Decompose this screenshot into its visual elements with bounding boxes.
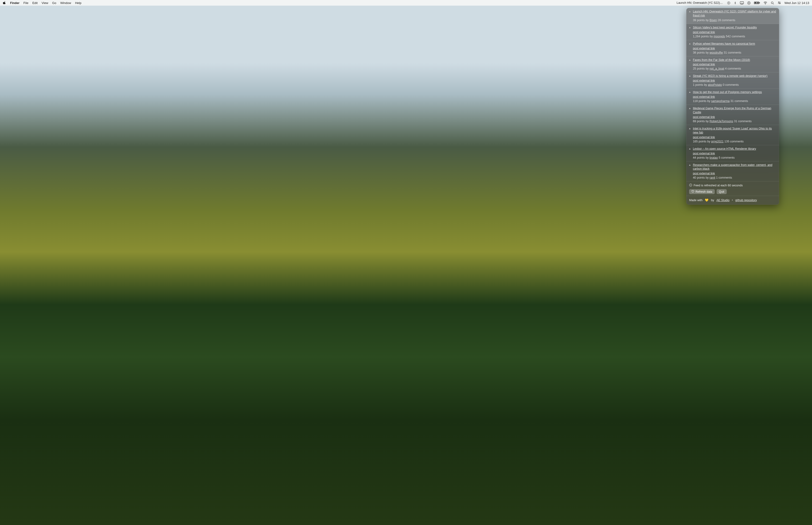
- story-points: 69: [693, 120, 696, 123]
- apple-icon[interactable]: [3, 1, 6, 5]
- svg-point-9: [771, 2, 773, 3]
- wifi-icon[interactable]: [763, 1, 767, 4]
- story-author-link[interactable]: alooPotato: [708, 83, 722, 87]
- menubar-item-help[interactable]: Help: [75, 1, 81, 5]
- story-author-link[interactable]: Bisen: [709, 18, 717, 22]
- ae-studio-link[interactable]: AE Studio: [716, 198, 730, 202]
- story-author-link[interactable]: ranit: [709, 176, 715, 179]
- story-comments-link[interactable]: 28 comments: [718, 18, 735, 22]
- play-media-icon[interactable]: [727, 1, 731, 5]
- points-by-label: points by: [697, 18, 709, 22]
- story-comments-link[interactable]: 542 comments: [726, 35, 745, 38]
- story-title-link[interactable]: Streak (YC W22) is hiring a remote web d…: [693, 74, 767, 77]
- story-author-link[interactable]: mooreds: [714, 35, 725, 38]
- story-row: ▲How to get the most out of Postgres mem…: [686, 89, 779, 105]
- story-external-link[interactable]: post external link: [693, 115, 715, 119]
- points-by-label: points by: [697, 156, 709, 159]
- story-external-link[interactable]: post external link: [693, 63, 715, 66]
- menubar-item-go[interactable]: Go: [52, 1, 56, 5]
- story-comments-link[interactable]: 5 comments: [719, 156, 735, 159]
- story-comments-link[interactable]: 135 comments: [724, 140, 744, 143]
- menubar-app-name[interactable]: Finder: [10, 1, 19, 5]
- story-author-link[interactable]: bratao: [709, 156, 718, 159]
- menubar-datetime[interactable]: Wed Jun 12 14:13: [784, 1, 809, 5]
- refresh-icon: [691, 190, 694, 193]
- upvote-icon[interactable]: ▲: [689, 75, 691, 77]
- story-comments-link[interactable]: 0 comments: [723, 83, 739, 87]
- points-by-label: points by: [701, 35, 713, 38]
- story-comments-link[interactable]: 31 comments: [734, 120, 752, 123]
- hn-feed-panel: ▲Launch HN: Overwatch (YC S22): OSINT pl…: [686, 8, 779, 205]
- menubar-item-file[interactable]: File: [24, 1, 28, 5]
- story-points: 165: [693, 140, 698, 143]
- story-author-link[interactable]: not_a_boat: [709, 67, 724, 70]
- story-author-link[interactable]: prng2021: [711, 140, 724, 143]
- story-external-link[interactable]: post external link: [693, 152, 715, 155]
- story-points: 118: [693, 100, 698, 103]
- story-comments-link[interactable]: 1 comments: [716, 176, 732, 179]
- svg-point-12: [778, 2, 779, 3]
- bluetooth-icon[interactable]: [734, 1, 737, 5]
- story-title-link[interactable]: Faxes from the Far Side of the Moon (201…: [693, 58, 750, 62]
- story-row: ▲Launch HN: Overwatch (YC S22): OSINT pl…: [686, 8, 779, 24]
- story-title-link[interactable]: Silicon Valley's best kept secret: Found…: [693, 26, 757, 29]
- story-external-link[interactable]: post external link: [693, 47, 715, 50]
- points-by-label: points by: [697, 120, 709, 123]
- refresh-button[interactable]: Refresh data: [689, 189, 715, 194]
- story-points: 39: [693, 18, 696, 22]
- credits-prefix: Made with: [689, 198, 703, 202]
- quit-button[interactable]: Quit: [717, 189, 727, 194]
- story-comments-link[interactable]: 31 comments: [731, 100, 748, 103]
- story-external-link[interactable]: post external link: [693, 172, 715, 175]
- info-icon: [689, 183, 692, 187]
- menubar-item-edit[interactable]: Edit: [32, 1, 37, 5]
- story-external-link[interactable]: post external link: [693, 79, 715, 82]
- upvote-icon[interactable]: ▲: [689, 91, 691, 93]
- story-comments-link[interactable]: 4 comments: [725, 67, 741, 70]
- story-comments-link[interactable]: 31 comments: [724, 51, 741, 54]
- story-row: ▲Lexbor – An open source HTML Renderer l…: [686, 145, 779, 162]
- quit-button-label: Quit: [719, 190, 724, 193]
- panel-footer: Feed is refreshed at each 60 seconds Ref…: [686, 181, 779, 196]
- upvote-icon[interactable]: ▲: [689, 26, 691, 29]
- story-title-link[interactable]: How to get the most out of Postgres memo…: [693, 90, 762, 94]
- story-title-link[interactable]: Lexbor – An open source HTML Renderer li…: [693, 147, 756, 150]
- story-title-link[interactable]: Medieval Game Pieces Emerge from the Rui…: [693, 107, 771, 114]
- story-author-link[interactable]: RobertJaTomsons: [709, 120, 733, 123]
- story-points: 40: [693, 176, 696, 179]
- upvote-icon[interactable]: ▲: [689, 164, 691, 166]
- user-account-icon[interactable]: [747, 1, 751, 5]
- story-title-link[interactable]: Researchers make a supercapacitor from w…: [693, 163, 772, 170]
- spotlight-search-icon[interactable]: [771, 1, 774, 5]
- screen-mirroring-icon[interactable]: [740, 1, 744, 4]
- upvote-icon[interactable]: ▲: [689, 59, 691, 61]
- credits-separator: •: [732, 198, 733, 202]
- story-title-link[interactable]: Python wheel filenames have no canonical…: [693, 42, 755, 45]
- upvote-icon[interactable]: ▲: [689, 147, 691, 150]
- upvote-icon[interactable]: ▲: [689, 42, 691, 45]
- story-external-link[interactable]: post external link: [693, 31, 715, 34]
- story-title-link[interactable]: Launch HN: Overwatch (YC S22): OSINT pla…: [693, 10, 776, 17]
- github-repo-link[interactable]: github repository: [735, 198, 757, 202]
- story-external-link[interactable]: post external link: [693, 95, 715, 99]
- story-title-link[interactable]: Intel is trucking a 916k-pound 'Super Lo…: [693, 127, 772, 134]
- points-by-label: points by: [699, 100, 710, 103]
- upvote-icon[interactable]: ▲: [689, 10, 691, 13]
- story-external-link[interactable]: post external link: [693, 136, 715, 139]
- control-center-icon[interactable]: [778, 1, 781, 4]
- story-author-link[interactable]: samaysharma: [711, 100, 730, 103]
- heart-icon: 💛: [705, 198, 709, 202]
- story-row: ▲Medieval Game Pieces Emerge from the Ru…: [686, 105, 779, 125]
- story-author-link[interactable]: woodruffw: [709, 51, 723, 54]
- story-row: ▲Silicon Valley's best kept secret: Foun…: [686, 24, 779, 40]
- menubar-item-window[interactable]: Window: [60, 1, 71, 5]
- upvote-icon[interactable]: ▲: [689, 107, 691, 109]
- upvote-icon[interactable]: ▲: [689, 127, 691, 130]
- menubar-item-view[interactable]: View: [42, 1, 48, 5]
- battery-icon[interactable]: [754, 1, 760, 4]
- menubar-extra-headline[interactable]: Launch HN: Overwatch (YC S22): OSI…: [677, 1, 724, 4]
- points-by-label: points by: [699, 140, 710, 143]
- story-points: 25: [693, 67, 696, 70]
- svg-point-4: [748, 2, 749, 3]
- points-by-label: points by: [697, 51, 709, 54]
